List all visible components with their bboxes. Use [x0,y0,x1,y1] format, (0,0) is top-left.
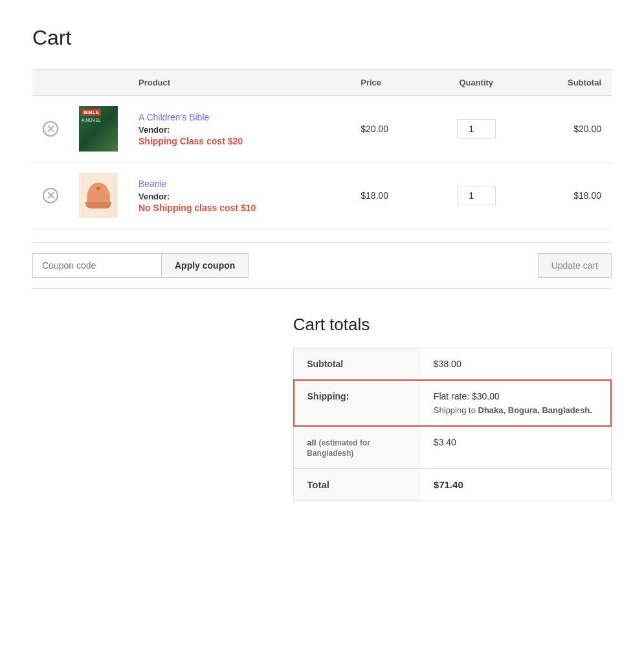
cart-table: Product Price Quantity Subtotal ✕ A Chil… [32,69,612,229]
shipping-row-label: Shipping: [294,380,421,426]
col-subtotal: Subtotal [524,70,612,96]
shipping-note-bible: Shipping Class cost $20 [139,136,340,146]
total-row: Total $71.40 [294,469,611,501]
shipping-destination: Shipping to Dhaka, Bogura, Bangladesh. [434,405,597,415]
shipping-row-value: Flat rate: $30.00 Shipping to Dhaka, Bog… [421,380,611,426]
shipping-dest-location: Dhaka, Bogura, Bangladesh. [478,405,592,415]
product-link-beanie[interactable]: Beanie [139,179,167,189]
vendor-label-bible: Vendor: [139,125,340,135]
subtotal-row-value: $38.00 [421,348,611,381]
subtotal-row-label: Subtotal [294,348,421,381]
update-cart-button[interactable]: Update cart [538,253,612,278]
tax-row: all (estimated for Bangladesh) $3.40 [294,426,611,469]
apply-coupon-button[interactable]: Apply coupon [162,253,249,278]
price-bible: $20.00 [350,96,428,163]
col-quantity: Quantity [428,70,524,96]
page-title: Cart [32,26,612,50]
cart-totals-title: Cart totals [293,315,612,335]
shipping-row: Shipping: Flat rate: $30.00 Shipping to … [294,380,611,426]
col-price: Price [350,70,428,96]
col-product: Product [128,70,350,96]
price-beanie: $18.00 [350,163,428,229]
subtotal-row: Subtotal $38.00 [294,348,611,381]
cart-totals-wrapper: Cart totals Subtotal $38.00 Shipping: Fl… [32,315,612,501]
product-image-beanie [79,173,118,218]
shipping-note-beanie: No Shipping class cost $10 [139,203,340,213]
quantity-input-beanie[interactable] [457,186,496,205]
coupon-form: Apply coupon [32,253,249,278]
tax-sublabel: (estimated for Bangladesh) [307,438,370,458]
subtotal-bible: $20.00 [524,96,612,163]
tax-row-value: $3.40 [421,426,611,469]
product-link-bible[interactable]: A Children's Bible [139,112,209,122]
shipping-dest-prefix: Shipping to [434,405,478,415]
total-row-value: $71.40 [421,469,611,501]
vendor-label-beanie: Vendor: [139,192,340,201]
total-row-label: Total [294,469,421,501]
tax-label: all [307,438,316,447]
table-row: ✕ A Children's Bible Vendor: Shipping Cl… [32,96,612,163]
cart-totals: Cart totals Subtotal $38.00 Shipping: Fl… [293,315,612,501]
coupon-code-input[interactable] [32,253,162,278]
table-row: ✕ Beanie Vendor: No Shipping class cost … [32,163,612,229]
totals-table: Subtotal $38.00 Shipping: Flat rate: $30… [293,348,612,501]
quantity-input-bible[interactable] [457,119,496,139]
product-image-bible [79,106,118,152]
remove-item-button[interactable]: ✕ [43,188,58,203]
tax-row-label: all (estimated for Bangladesh) [294,426,421,469]
subtotal-beanie: $18.00 [524,163,612,229]
remove-item-button[interactable]: ✕ [43,121,58,137]
shipping-rate-value: Flat rate: $30.00 [434,391,500,401]
coupon-row: Apply coupon Update cart [32,242,612,289]
